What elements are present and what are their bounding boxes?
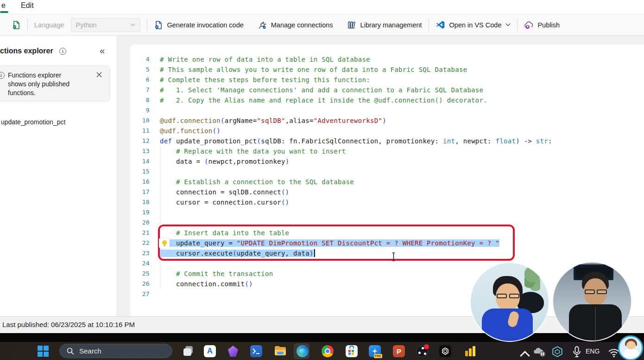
code-line[interactable]: 6# Complete these steps before testing t… bbox=[130, 75, 644, 85]
code-line[interactable]: 17 connection = sqlDB.connect() bbox=[130, 187, 644, 197]
code-text: cursor = connection.cursor() bbox=[160, 197, 289, 207]
tab-edit[interactable]: Edit bbox=[21, 1, 34, 10]
library-management-icon bbox=[347, 20, 356, 30]
line-number: 4 bbox=[130, 54, 150, 64]
language-indicator[interactable]: ENG bbox=[586, 347, 600, 355]
line-number: 17 bbox=[130, 187, 150, 197]
code-line[interactable]: 21 # Insert data into the table bbox=[130, 228, 644, 238]
file-explorer-icon[interactable] bbox=[274, 345, 286, 357]
avatar-sticker bbox=[618, 335, 643, 360]
line-number: 10 bbox=[130, 116, 150, 126]
manage-connections-icon bbox=[258, 20, 267, 30]
powershell-icon[interactable] bbox=[250, 345, 262, 357]
code-text: # Complete these steps before testing th… bbox=[160, 75, 370, 85]
toolbar-divider bbox=[147, 19, 147, 31]
microsoft-store-icon[interactable] bbox=[346, 345, 358, 357]
line-number: 16 bbox=[130, 177, 150, 187]
search-box[interactable]: Search bbox=[59, 344, 172, 358]
code-line[interactable]: 15 bbox=[130, 167, 644, 177]
line-number: 15 bbox=[130, 167, 150, 177]
new-function-button[interactable] bbox=[12, 20, 21, 30]
selection-highlight: cursor.execute(update_query, data) bbox=[160, 250, 315, 257]
publish-cloud-icon bbox=[524, 20, 533, 30]
publish-button[interactable]: Publish bbox=[524, 20, 560, 30]
code-line[interactable]: 18 cursor = connection.cursor() bbox=[130, 197, 644, 207]
code-line[interactable]: 14 data = (newpct,promotionkey) bbox=[130, 156, 644, 167]
line-number: 27 bbox=[130, 289, 150, 299]
power-bi-icon[interactable] bbox=[464, 345, 476, 357]
window-gap bbox=[0, 333, 644, 342]
callout-text: Functions explorer shows only published … bbox=[8, 71, 82, 97]
code-line[interactable]: 16 # Establish a connection to the SQL d… bbox=[130, 177, 644, 187]
code-text: # Establish a connection to the SQL data… bbox=[160, 177, 354, 187]
code-text: # Commit the transaction bbox=[160, 269, 273, 279]
vscode-icon bbox=[436, 20, 445, 30]
tray-fabric-icon[interactable] bbox=[551, 346, 563, 358]
callout-close-icon[interactable] bbox=[96, 71, 102, 78]
generate-invocation-button[interactable]: Generate invocation code bbox=[154, 20, 244, 30]
active-tab-indicator bbox=[0, 11, 8, 13]
taskbar: Search A bbox=[0, 342, 644, 360]
code-text: cursor.execute(update_query, data) bbox=[160, 248, 315, 258]
line-number: 7 bbox=[130, 85, 150, 95]
code-line[interactable]: 23 cursor.execute(update_query, data) bbox=[130, 248, 644, 258]
toolbar-divider bbox=[27, 19, 28, 31]
manage-connections-label: Manage connections bbox=[271, 21, 333, 29]
code-text: update_query = "UPDATE DimPromotion SET … bbox=[160, 238, 499, 248]
selection-highlight: update_query = "UPDATE DimPromotion SET … bbox=[160, 239, 499, 247]
tab-home-partial[interactable]: e bbox=[1, 1, 6, 10]
code-line[interactable]: 5# This sample allows you to write one r… bbox=[130, 64, 644, 75]
line-number: 23 bbox=[130, 248, 150, 258]
callout-info-icon: i bbox=[0, 72, 5, 79]
edge-icon[interactable] bbox=[297, 345, 309, 357]
code-line[interactable]: 10@udf.connection(argName="sqlDB",alias=… bbox=[130, 116, 644, 126]
chevron-down-icon bbox=[505, 23, 511, 26]
line-number: 14 bbox=[130, 156, 150, 167]
code-text: # 2. Copy the Alias name and replace it … bbox=[160, 95, 487, 105]
tray-chevron-up-icon[interactable] bbox=[519, 348, 531, 360]
start-button[interactable] bbox=[37, 345, 49, 357]
powerpoint-icon[interactable]: P bbox=[393, 345, 405, 357]
chatgpt-icon[interactable] bbox=[439, 345, 451, 357]
code-line[interactable]: 7# 1. Select 'Manage connections' and ad… bbox=[130, 85, 644, 95]
line-number: 19 bbox=[130, 207, 150, 218]
info-icon[interactable]: i bbox=[59, 48, 66, 55]
code-line[interactable]: 4# Write one row of data into a table in… bbox=[130, 54, 644, 64]
collapse-panel-button[interactable]: « bbox=[100, 45, 105, 56]
preview-badge: PRE bbox=[374, 354, 382, 358]
publish-label: Publish bbox=[537, 21, 560, 29]
manage-connections-button[interactable]: Manage connections bbox=[258, 20, 333, 30]
lightbulb-icon[interactable] bbox=[159, 238, 170, 248]
azure-icon[interactable]: A bbox=[204, 345, 216, 357]
function-list-item[interactable]: update_promotion_pct bbox=[1, 118, 65, 126]
library-management-button[interactable]: Library management bbox=[347, 20, 422, 30]
functions-explorer-title: ctions explorer bbox=[0, 47, 53, 55]
fabric-preview-icon[interactable]: PRE bbox=[369, 345, 381, 357]
code-line[interactable]: 11@udf.function() bbox=[130, 126, 644, 136]
designer-icon[interactable] bbox=[227, 345, 239, 357]
chrome-icon[interactable] bbox=[322, 345, 334, 357]
code-line[interactable]: 13 # Replace with the data you want to i… bbox=[130, 146, 644, 156]
open-vscode-button[interactable]: Open in VS Code bbox=[436, 20, 511, 30]
code-text: # 1. Select 'Manage connections' and add… bbox=[160, 85, 483, 95]
code-line[interactable]: 8# 2. Copy the Alias name and replace it… bbox=[130, 95, 644, 105]
onedrive-paused-icon[interactable] bbox=[533, 345, 545, 357]
code-lines: 4# Write one row of data into a table in… bbox=[130, 54, 644, 299]
code-line[interactable]: 22 update_query = "UPDATE DimPromotion S… bbox=[130, 238, 644, 248]
ribbon: e Edit bbox=[0, 0, 644, 14]
obs-studio-icon[interactable] bbox=[416, 345, 428, 357]
task-view-icon[interactable] bbox=[183, 345, 195, 357]
code-line[interactable]: 12def update_promotion_pct(sqlDB: fn.Fab… bbox=[130, 136, 644, 146]
line-number: 24 bbox=[130, 258, 150, 269]
line-number: 22 bbox=[130, 238, 150, 248]
language-select[interactable]: Python bbox=[71, 18, 140, 32]
code-line[interactable]: 20 bbox=[130, 218, 644, 228]
code-text: connection = sqlDB.connect() bbox=[160, 187, 289, 197]
code-line[interactable]: 19 bbox=[130, 207, 644, 218]
line-number: 18 bbox=[130, 197, 150, 207]
code-line[interactable]: 24 bbox=[130, 258, 644, 269]
code-line[interactable]: 9 bbox=[130, 105, 644, 116]
library-management-label: Library management bbox=[360, 21, 422, 29]
screen: e Edit Language Python bbox=[0, 0, 644, 360]
microphone-icon[interactable] bbox=[571, 346, 583, 358]
